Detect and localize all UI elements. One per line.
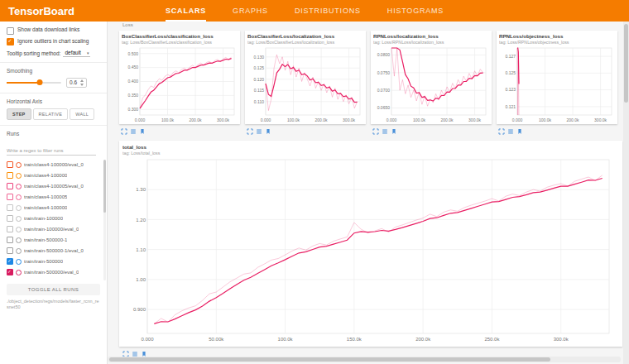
svg-text:300.0k: 300.0k [343, 117, 356, 122]
run-checkbox[interactable] [7, 226, 13, 232]
svg-text:0.300: 0.300 [127, 107, 138, 112]
log-axis-icon[interactable] [382, 128, 388, 135]
chart-tag: tag: Loss/BoxClassifierLoss/classificati… [122, 40, 238, 45]
chevron-down-icon: ▾ [87, 50, 89, 55]
svg-text:100.0k: 100.0k [287, 117, 300, 122]
run-label: train/train-500000-1/eval_0 [24, 248, 84, 253]
log-axis-icon[interactable] [256, 128, 262, 135]
run-row[interactable]: train/class4-100005/eval_0 [7, 181, 100, 192]
tab-scalars[interactable]: SCALARS [166, 0, 206, 22]
chart-plot[interactable]: 0.1210.1230.1250.1270.000100.0k200.0k300… [499, 46, 615, 124]
run-row[interactable]: train/class4-100005 [7, 192, 100, 203]
run-checkbox[interactable] [7, 204, 13, 211]
chart-title: RPNLoss/localization_loss [373, 33, 489, 39]
sidebar: Show data download links Ignore outliers… [0, 22, 108, 364]
runs-filter-input[interactable] [7, 146, 96, 156]
chart-plot[interactable]: 0.06500.07000.07500.08000.000100.0k200.0… [373, 46, 489, 124]
run-color-swatch [16, 162, 22, 168]
horizontal-scrollbar[interactable] [108, 357, 621, 362]
run-label: train/train-100000 [24, 216, 63, 221]
show-download-links-row[interactable]: Show data download links [7, 26, 100, 35]
vertical-scrollbar-thumb[interactable] [624, 24, 628, 103]
stepper-arrows-icon[interactable] [80, 79, 84, 86]
axis-button-step[interactable]: STEP [7, 108, 31, 120]
chart-canvas[interactable]: 0.06500.07000.07500.08000.000100.0k200.0… [373, 46, 489, 124]
smoothing-slider[interactable] [7, 82, 61, 84]
scalar-chart-card: BoxClassifierLoss/classification_loss ta… [119, 31, 240, 124]
run-row[interactable]: train/class4-100000/eval_0 [7, 160, 100, 170]
pin-chart-icon[interactable] [516, 128, 523, 135]
tab-graphs[interactable]: GRAPHS [233, 0, 268, 22]
svg-text:1.10: 1.10 [136, 247, 146, 252]
tab-histograms[interactable]: HISTOGRAMS [387, 0, 444, 22]
svg-text:100.0k: 100.0k [161, 117, 175, 122]
slider-thumb[interactable] [36, 79, 42, 85]
pin-chart-icon[interactable] [391, 128, 397, 135]
chart-plot[interactable]: 0.3000.3500.4000.4500.5000.000100.0k200.… [122, 46, 238, 124]
axis-button-wall[interactable]: WALL [70, 108, 94, 120]
run-row[interactable]: train/train-500000-1/eval_0 [7, 246, 100, 256]
svg-text:0.115: 0.115 [254, 88, 264, 93]
chart-toolbar [119, 128, 240, 135]
run-row[interactable]: train/train-500000 [7, 256, 100, 267]
runs-scrollbar-thumb[interactable] [103, 160, 106, 213]
vertical-scrollbar[interactable] [623, 22, 629, 364]
svg-text:0.127: 0.127 [505, 54, 516, 59]
chart-canvas[interactable]: 0.1210.1230.1250.1270.000100.0k200.0k300… [499, 46, 615, 124]
pin-chart-icon[interactable] [265, 128, 271, 135]
ignore-outliers-row[interactable]: Ignore outliers in chart scaling [7, 38, 100, 46]
chart-canvas[interactable]: 0.9001.001.101.201.300.00050.00k100.0k15… [122, 156, 617, 345]
svg-text:200.0k: 200.0k [415, 337, 431, 342]
chart-plot[interactable]: 0.1100.1150.1200.1250.1300.000100.0k200.… [247, 46, 363, 124]
run-checkbox[interactable] [7, 194, 13, 200]
run-row[interactable]: train/train-500000-1 [7, 235, 100, 246]
log-axis-icon[interactable] [130, 128, 137, 135]
run-checkbox[interactable] [7, 183, 13, 189]
run-checkbox[interactable] [7, 237, 13, 243]
expand-chart-icon[interactable] [372, 128, 379, 135]
tooltip-sorting-row: Tooltip sorting method: default ▾ [7, 49, 100, 57]
tooltip-sorting-dropdown[interactable]: default ▾ [63, 49, 90, 57]
run-row[interactable]: train/class4-100000 [7, 170, 100, 181]
axis-button-relative[interactable]: RELATIVE [33, 108, 69, 120]
tooltip-sorting-label: Tooltip sorting method: [7, 50, 60, 56]
chart-canvas[interactable]: 0.1100.1150.1200.1250.1300.000100.0k200.… [247, 46, 363, 124]
run-label: train/class4-100005 [24, 194, 67, 199]
svg-text:0.450: 0.450 [127, 65, 138, 69]
svg-text:0.000: 0.000 [135, 117, 146, 122]
run-checkbox[interactable] [7, 161, 13, 168]
runs-scrollbar[interactable] [103, 160, 106, 280]
run-label: train/class4-100005/eval_0 [24, 184, 84, 189]
smoothing-section: Smoothing 0.6 [0, 63, 107, 93]
smoothing-stepper[interactable]: 0.6 [66, 78, 87, 88]
run-row[interactable]: train/train-500000/eval_0 [7, 267, 100, 278]
show-download-links-checkbox[interactable] [7, 27, 14, 35]
tab-distributions[interactable]: DISTRIBUTIONS [295, 0, 361, 22]
run-checkbox[interactable] [7, 247, 13, 254]
category-label[interactable]: Loss [122, 22, 133, 27]
ignore-outliers-checkbox[interactable] [7, 38, 14, 46]
run-checkbox[interactable] [7, 215, 13, 222]
run-row[interactable]: train/train-100000/eval_0 [7, 224, 100, 235]
toggle-all-runs-button[interactable]: TOGGLE ALL RUNS [7, 284, 100, 295]
svg-text:150.0k: 150.0k [347, 337, 363, 342]
run-checkbox[interactable] [7, 258, 13, 265]
horizontal-scrollbar-thumb[interactable] [109, 357, 550, 362]
run-row[interactable]: train/train-100000 [7, 213, 100, 224]
expand-chart-icon[interactable] [247, 128, 253, 135]
app-title: TensorBoard [0, 5, 132, 17]
chart-plot[interactable]: 0.9001.001.101.201.300.00050.00k100.0k15… [122, 156, 619, 345]
run-row[interactable]: train/class4-100000 [7, 203, 100, 213]
svg-text:100.0k: 100.0k [539, 117, 552, 122]
expand-chart-icon[interactable] [498, 128, 505, 135]
log-axis-icon[interactable] [507, 128, 514, 135]
run-checkbox[interactable] [7, 172, 13, 179]
run-checkbox[interactable] [7, 269, 13, 275]
chart-canvas[interactable]: 0.3000.3500.4000.4500.5000.000100.0k200.… [122, 46, 238, 124]
run-color-swatch [16, 173, 22, 179]
svg-text:0.130: 0.130 [253, 55, 264, 60]
runs-section: Runs train/class4-100000/eval_0train/cla… [0, 126, 107, 311]
expand-chart-icon[interactable] [121, 128, 127, 135]
pin-chart-icon[interactable] [139, 128, 146, 135]
svg-text:50.00k: 50.00k [209, 337, 224, 342]
